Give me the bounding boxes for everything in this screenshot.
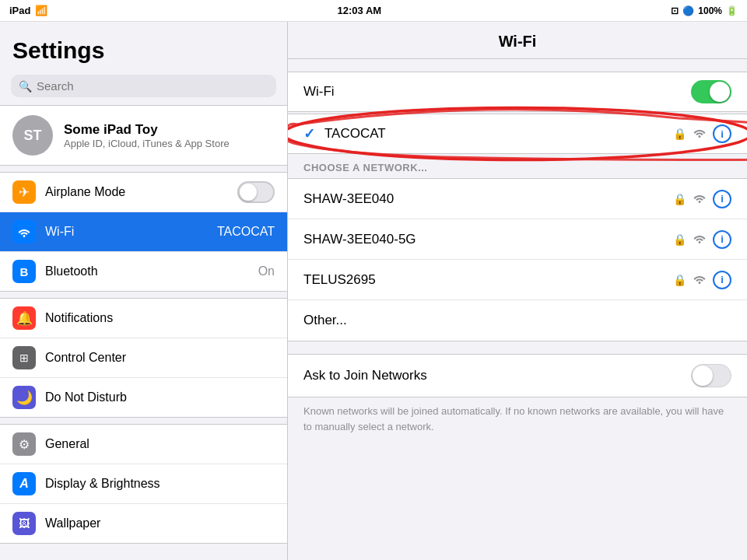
avatar: ST xyxy=(12,115,53,156)
donotdisturb-label: Do Not Disturb xyxy=(45,390,275,404)
bluetooth-label: Bluetooth xyxy=(45,264,249,278)
display-label: Display & Brightness xyxy=(45,477,275,491)
display-icon: A xyxy=(12,472,36,495)
wifi-icon-telus xyxy=(693,273,707,287)
network-name-shaw1: SHAW-3EE040 xyxy=(303,191,667,207)
wifi-main-label: Wi-Fi xyxy=(303,84,335,100)
sidebar-item-general[interactable]: ⚙ General xyxy=(0,425,287,464)
settings-group-connectivity: ✈ Airplane Mode Wi-Fi TACOCAT B xyxy=(0,172,287,292)
controlcenter-label: Control Center xyxy=(45,351,275,365)
wallpaper-icon: 🖼 xyxy=(12,512,36,535)
connected-network-row[interactable]: ✓ TACOCAT 🔒 i xyxy=(288,114,747,154)
profile-info: Some iPad Toy Apple ID, iCloud, iTunes &… xyxy=(64,122,230,149)
network-name-telus: TELUS2695 xyxy=(303,272,667,288)
sidebar-item-donotdisturb[interactable]: 🌙 Do Not Disturb xyxy=(0,378,287,417)
notifications-icon: 🔔 xyxy=(12,306,36,330)
info-button-shaw2[interactable]: i xyxy=(713,230,731,249)
ask-join-label: Ask to Join Networks xyxy=(303,368,427,383)
wifi-value: TACOCAT xyxy=(217,225,275,239)
network-icons: 🔒 i xyxy=(673,124,731,143)
sidebar-item-wifi[interactable]: Wi-Fi TACOCAT xyxy=(0,212,287,252)
settings-group-alerts: 🔔 Notifications ⊞ Control Center 🌙 Do No… xyxy=(0,298,287,418)
sidebar-item-display[interactable]: A Display & Brightness xyxy=(0,464,287,504)
ask-join-description: Known networks will be joined automatica… xyxy=(288,397,747,446)
battery-icon: 🔋 xyxy=(726,5,738,16)
general-icon: ⚙ xyxy=(12,432,36,456)
wifi-label: Wi-Fi xyxy=(45,225,208,239)
airplane-icon: ✈ xyxy=(12,180,36,204)
info-button-connected[interactable]: i xyxy=(713,124,731,143)
sidebar-item-notifications[interactable]: 🔔 Notifications xyxy=(0,299,287,338)
screen-mirror-icon: ⊡ xyxy=(671,5,679,16)
bluetooth-icon: B xyxy=(12,260,36,283)
lock-icon-shaw1: 🔒 xyxy=(673,193,686,205)
wifi-main-toggle[interactable] xyxy=(691,80,731,103)
wifi-signal-icon xyxy=(693,127,707,141)
network-list: SHAW-3EE040 🔒 i SHAW-3EE040-5G 🔒 xyxy=(288,178,747,341)
ipad-label: iPad xyxy=(9,5,30,16)
info-button-telus[interactable]: i xyxy=(713,271,731,289)
donotdisturb-icon: 🌙 xyxy=(12,386,36,409)
network-row-telus[interactable]: TELUS2695 🔒 i xyxy=(288,260,747,300)
lock-icon-shaw2: 🔒 xyxy=(673,233,686,246)
status-left: iPad 📶 xyxy=(9,5,47,16)
network-row-shaw1[interactable]: SHAW-3EE040 🔒 i xyxy=(288,179,747,219)
airplane-toggle[interactable] xyxy=(237,181,275,203)
profile-name: Some iPad Toy xyxy=(64,122,230,138)
wifi-icon xyxy=(12,220,36,243)
battery-percent: 100% xyxy=(698,5,722,16)
ask-join-row: Ask to Join Networks xyxy=(288,354,747,397)
wifi-icon-shaw2 xyxy=(693,233,707,247)
settings-title: Settings xyxy=(0,22,287,72)
connected-network-wrapper: ✓ TACOCAT 🔒 i xyxy=(288,114,747,154)
network-row-other[interactable]: Other... xyxy=(288,300,747,341)
sidebar: Settings 🔍 ST Some iPad Toy Apple ID, iC… xyxy=(0,22,288,560)
sidebar-item-controlcenter[interactable]: ⊞ Control Center xyxy=(0,338,287,378)
choose-network-header: CHOOSE A NETWORK... xyxy=(288,154,747,178)
wifi-icon-shaw1 xyxy=(693,192,707,206)
bluetooth-status-icon: 🔵 xyxy=(682,5,694,16)
general-label: General xyxy=(45,437,275,451)
network-name-other: Other... xyxy=(303,313,731,328)
wifi-main-toggle-row: Wi-Fi xyxy=(288,72,747,112)
lock-icon: 🔒 xyxy=(673,128,686,140)
search-icon: 🔍 xyxy=(19,80,32,93)
status-time: 12:03 AM xyxy=(338,5,382,16)
search-input[interactable] xyxy=(37,79,268,93)
wallpaper-label: Wallpaper xyxy=(45,516,275,530)
ask-join-toggle[interactable] xyxy=(691,364,731,387)
panel-content: Wi-Fi ✓ TACOCAT 🔒 xyxy=(288,59,747,446)
notifications-label: Notifications xyxy=(45,311,275,325)
search-bar[interactable]: 🔍 xyxy=(11,75,276,97)
lock-icon-telus: 🔒 xyxy=(673,274,686,286)
sidebar-item-bluetooth[interactable]: B Bluetooth On xyxy=(0,252,287,291)
wifi-panel: Wi-Fi Wi-Fi ✓ TACOCAT 🔒 xyxy=(288,22,747,560)
connected-network-name: TACOCAT xyxy=(324,126,673,142)
wifi-status-icon: 📶 xyxy=(35,5,47,16)
status-right: ⊡ 🔵 100% 🔋 xyxy=(671,5,738,16)
settings-group-display: ⚙ General A Display & Brightness 🖼 Wallp… xyxy=(0,424,287,544)
checkmark-icon: ✓ xyxy=(303,125,315,142)
controlcenter-icon: ⊞ xyxy=(12,346,36,369)
network-row-shaw2[interactable]: SHAW-3EE040-5G 🔒 i xyxy=(288,219,747,260)
sidebar-item-airplane[interactable]: ✈ Airplane Mode xyxy=(0,173,287,212)
sidebar-item-wallpaper[interactable]: 🖼 Wallpaper xyxy=(0,504,287,543)
status-bar: iPad 📶 12:03 AM ⊡ 🔵 100% 🔋 xyxy=(0,0,747,22)
bluetooth-value: On xyxy=(258,264,275,278)
panel-title: Wi-Fi xyxy=(288,22,747,59)
app-body: Settings 🔍 ST Some iPad Toy Apple ID, iC… xyxy=(0,22,747,560)
profile-row[interactable]: ST Some iPad Toy Apple ID, iCloud, iTune… xyxy=(0,105,287,166)
network-name-shaw2: SHAW-3EE040-5G xyxy=(303,232,667,247)
airplane-label: Airplane Mode xyxy=(45,185,228,199)
profile-sub: Apple ID, iCloud, iTunes & App Store xyxy=(64,138,230,149)
info-button-shaw1[interactable]: i xyxy=(713,190,731,208)
